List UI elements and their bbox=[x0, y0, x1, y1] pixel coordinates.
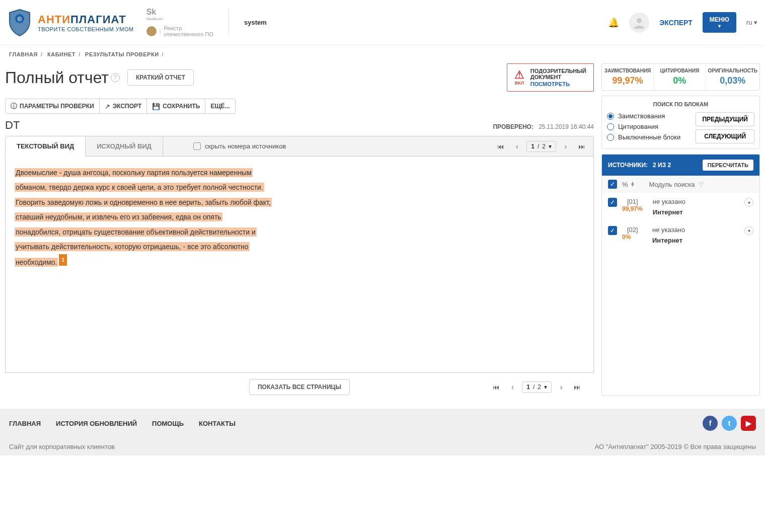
footer-nav: ГЛАВНАЯ ИСТОРИЯ ОБНОВЛЕНИЙ ПОМОЩЬ КОНТАК… bbox=[0, 409, 765, 438]
export-icon: ↗ bbox=[105, 103, 110, 110]
svg-text:©: © bbox=[18, 16, 22, 23]
twitter-icon[interactable]: t bbox=[722, 416, 737, 431]
stat-originality: ОРИГИНАЛЬНОСТЬ0,03% bbox=[706, 64, 759, 90]
col-module[interactable]: Модуль поиска bbox=[649, 181, 695, 188]
source-checkbox[interactable]: ✓ bbox=[608, 198, 617, 207]
params-button[interactable]: ⓘПАРАМЕТРЫ ПРОВЕРКИ bbox=[5, 99, 100, 114]
footer-help[interactable]: ПОМОЩЬ bbox=[152, 420, 184, 427]
recount-button[interactable]: ПЕРЕСЧИТАТЬ bbox=[703, 160, 753, 171]
sources-title: ИСТОЧНИКИ: bbox=[608, 162, 648, 169]
page-title: Полный отчет? bbox=[5, 68, 120, 87]
logo[interactable]: © АНТИПЛАГИАТ ТВОРИТЕ СОБСТВЕННЫМ УМОМ bbox=[8, 9, 134, 37]
chevron-down-icon: ▾ bbox=[710, 23, 729, 29]
pager-next[interactable]: › bbox=[559, 140, 572, 153]
logo-text: АНТИПЛАГИАТ ТВОРИТЕ СОБСТВЕННЫМ УМОМ bbox=[38, 13, 134, 32]
pager-next[interactable]: › bbox=[555, 381, 568, 394]
pager-prev[interactable]: ‹ bbox=[510, 140, 523, 153]
breadcrumb-cabinet[interactable]: КАБИНЕТ bbox=[47, 51, 75, 57]
suspicious-document-alert[interactable]: ⚠ВКЛ ПОДОЗРИТЕЛЬНЫЙДОКУМЕНТПОСМОТРЕТЬ bbox=[507, 63, 594, 92]
checkbox-icon bbox=[193, 142, 201, 150]
save-button[interactable]: 💾СОХРАНИТЬ bbox=[146, 99, 205, 114]
sources-panel: ИСТОЧНИКИ: 2 ИЗ 2 ПЕРЕСЧИТАТЬ ✓ %▲▼ Моду… bbox=[601, 154, 760, 396]
language-selector[interactable]: ru ▾ bbox=[746, 19, 757, 26]
breadcrumb: ГЛАВНАЯ/ КАБИНЕТ/ РЕЗУЛЬТАТЫ ПРОВЕРКИ/ bbox=[0, 45, 765, 63]
source-checkbox[interactable]: ✓ bbox=[608, 226, 617, 235]
stat-citations: ЦИТИРОВАНИЯ0% bbox=[654, 64, 706, 90]
user-role[interactable]: ЭКСПЕРТ bbox=[659, 19, 693, 27]
menu-button[interactable]: МЕНЮ▾ bbox=[703, 12, 736, 33]
partner-logos: SkSkolkovo |Реестротечественного ПО bbox=[146, 8, 213, 37]
hide-sources-toggle[interactable]: скрыть номера источников bbox=[193, 142, 286, 150]
help-icon[interactable]: ? bbox=[111, 73, 120, 82]
filter-icon[interactable]: ▽ bbox=[699, 181, 704, 188]
toolbar: ⓘПАРАМЕТРЫ ПРОВЕРКИ ↗ЭКСПОРТ 💾СОХРАНИТЬ … bbox=[5, 99, 594, 114]
short-report-button[interactable]: КРАТКИЙ ОТЧЕТ bbox=[127, 69, 194, 86]
block-search-panel: ПОИСК ПО БЛОКАМ Заимствования Цитировани… bbox=[601, 96, 760, 149]
radio-icon bbox=[607, 113, 614, 120]
radio-icon bbox=[607, 123, 614, 130]
select-all-checkbox[interactable]: ✓ bbox=[608, 180, 617, 189]
footer-history[interactable]: ИСТОРИЯ ОБНОВЛЕНИЙ bbox=[56, 420, 137, 427]
pager-bottom: ⏮ ‹ 1/2 ▾ › ⏭ bbox=[490, 381, 589, 394]
col-percent[interactable]: %▲▼ bbox=[622, 181, 635, 188]
footer-contacts[interactable]: КОНТАКТЫ bbox=[199, 420, 236, 427]
show-all-pages-button[interactable]: ПОКАЗАТЬ ВСЕ СТРАНИЦЫ bbox=[249, 379, 350, 395]
pager-last[interactable]: ⏭ bbox=[575, 140, 588, 153]
youtube-icon[interactable]: ▶ bbox=[741, 416, 756, 431]
pager-first[interactable]: ⏮ bbox=[494, 140, 507, 153]
bell-icon[interactable]: 🔔 bbox=[608, 17, 619, 28]
pager-select[interactable]: 1/2 ▾ bbox=[522, 382, 552, 393]
header: © АНТИПЛАГИАТ ТВОРИТЕ СОБСТВЕННЫМ УМОМ S… bbox=[0, 0, 765, 45]
pager-first[interactable]: ⏮ bbox=[490, 381, 503, 394]
next-block-button[interactable]: СЛЕДУЮЩИЙ bbox=[696, 129, 754, 143]
footer-copyright: Сайт для корпоративных клиентов АО "Анти… bbox=[0, 438, 765, 455]
pager-top: ⏮ ‹ 1/2 ▾ › ⏭ bbox=[494, 140, 593, 153]
save-icon: 💾 bbox=[152, 103, 160, 110]
stats-panel: ЗАИМСТВОВАНИЯ99,97% ЦИТИРОВАНИЯ0% ОРИГИН… bbox=[601, 63, 760, 91]
pager-select[interactable]: 1/2 ▾ bbox=[526, 141, 556, 152]
tab-original-view[interactable]: ИСХОДНЫЙ ВИД bbox=[86, 136, 163, 156]
source-item: ✓ [01]99,97% не указаноИнтернет ▾ bbox=[602, 193, 759, 221]
tabs-bar: ТЕКСТОВЫЙ ВИД ИСХОДНЫЙ ВИД скрыть номера… bbox=[5, 136, 594, 157]
radio-citations[interactable]: Цитирования bbox=[607, 123, 680, 130]
expand-button[interactable]: ▾ bbox=[744, 198, 753, 207]
text-content: Двоемыслие - душа ангсоца, поскольку пар… bbox=[5, 157, 594, 373]
breadcrumb-results[interactable]: РЕЗУЛЬТАТЫ ПРОВЕРКИ bbox=[85, 51, 159, 57]
tab-text-view[interactable]: ТЕКСТОВЫЙ ВИД bbox=[6, 136, 86, 157]
source-item: ✓ [02]0% не указаноИнтернет ▾ bbox=[602, 221, 759, 249]
avatar[interactable] bbox=[629, 13, 649, 33]
footer-home[interactable]: ГЛАВНАЯ bbox=[9, 420, 41, 427]
document-name: DT bbox=[5, 119, 20, 132]
prev-block-button[interactable]: ПРЕДЫДУЩИЙ bbox=[696, 112, 754, 126]
svg-point-2 bbox=[637, 18, 642, 23]
radio-icon bbox=[607, 134, 614, 141]
export-button[interactable]: ↗ЭКСПОРТ bbox=[99, 99, 147, 114]
radio-borrowings[interactable]: Заимствования bbox=[607, 112, 680, 120]
checked-timestamp: ПРОВЕРЕНО:25.11.2019 16:40:44 bbox=[493, 123, 594, 130]
radio-disabled[interactable]: Выключенные блоки bbox=[607, 133, 680, 141]
pager-prev[interactable]: ‹ bbox=[506, 381, 519, 394]
chevron-down-icon: ▾ bbox=[544, 384, 547, 391]
emblem-icon bbox=[146, 26, 157, 36]
system-label: system bbox=[244, 19, 267, 26]
sources-count: 2 ИЗ 2 bbox=[653, 162, 671, 169]
breadcrumb-home[interactable]: ГЛАВНАЯ bbox=[9, 51, 38, 57]
source-marker[interactable]: 1 bbox=[59, 254, 67, 266]
chevron-down-icon: ▾ bbox=[549, 143, 552, 150]
info-icon: ⓘ bbox=[11, 102, 17, 111]
expand-button[interactable]: ▾ bbox=[744, 226, 753, 235]
stat-borrowings: ЗАИМСТВОВАНИЯ99,97% bbox=[602, 64, 654, 90]
shield-icon: © bbox=[8, 9, 32, 37]
alert-icon: ⚠ВКЛ bbox=[514, 69, 524, 86]
pager-last[interactable]: ⏭ bbox=[571, 381, 584, 394]
facebook-icon[interactable]: f bbox=[703, 416, 718, 431]
more-button[interactable]: ЕЩЁ... bbox=[205, 99, 235, 114]
